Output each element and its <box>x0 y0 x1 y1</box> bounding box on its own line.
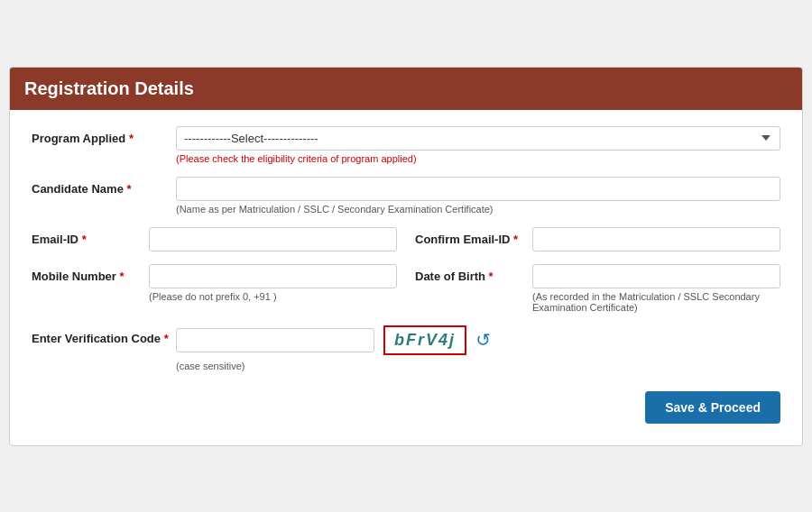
dob-col-right: Date of Birth * (As recorded in the Matr… <box>415 264 780 313</box>
confirm-email-input-wrapper <box>532 227 780 251</box>
dob-input[interactable] <box>532 264 780 288</box>
mobile-label: Mobile Number * <box>32 264 149 283</box>
dob-label: Date of Birth * <box>415 264 532 283</box>
confirm-email-input[interactable] <box>532 227 780 251</box>
email-label: Email-ID * <box>32 227 149 246</box>
candidate-name-input[interactable] <box>176 177 780 201</box>
candidate-name-hint: (Name as per Matriculation / SSLC / Seco… <box>176 204 780 215</box>
captcha-image: bFrV4j <box>383 325 466 355</box>
email-col-right: Confirm Email-ID * <box>415 227 780 251</box>
page-title: Registration Details <box>24 78 788 99</box>
mobile-input-wrapper: (Please do not prefix 0, +91 ) <box>149 264 397 302</box>
registration-form-container: Registration Details Program Applied * -… <box>9 67 803 446</box>
mobile-input[interactable] <box>149 264 397 288</box>
email-input[interactable] <box>149 227 397 251</box>
candidate-name-row: Candidate Name * (Name as per Matriculat… <box>32 177 780 215</box>
program-applied-hint: (Please check the eligibility criteria o… <box>176 153 780 164</box>
program-applied-select[interactable]: ------------Select-------------- <box>176 126 780 151</box>
confirm-email-label: Confirm Email-ID * <box>415 227 532 246</box>
email-col-left: Email-ID * <box>32 227 397 251</box>
mobile-dob-row: Mobile Number * (Please do not prefix 0,… <box>32 264 780 313</box>
section-header: Registration Details <box>10 68 802 110</box>
refresh-icon[interactable]: ↻ <box>475 329 491 351</box>
captcha-input-area: bFrV4j ↻ <box>176 325 491 355</box>
program-applied-row: Program Applied * ------------Select----… <box>32 126 780 164</box>
program-applied-label: Program Applied * <box>32 126 176 145</box>
program-applied-input-group: ------------Select-------------- (Please… <box>176 126 780 164</box>
email-row: Email-ID * Confirm Email-ID * <box>32 227 780 251</box>
candidate-name-label: Candidate Name * <box>32 177 176 196</box>
dob-hint: (As recorded in the Matriculation / SSLC… <box>532 291 780 313</box>
captcha-row: Enter Verification Code * bFrV4j ↻ <box>32 325 780 355</box>
save-proceed-button[interactable]: Save & Proceed <box>645 391 780 424</box>
captcha-label: Enter Verification Code * <box>32 325 176 347</box>
captcha-hint: (case sensitive) <box>176 361 780 371</box>
captcha-input[interactable] <box>176 328 374 352</box>
dob-input-wrapper: (As recorded in the Matriculation / SSLC… <box>532 264 780 313</box>
mobile-hint: (Please do not prefix 0, +91 ) <box>149 291 397 302</box>
form-body: Program Applied * ------------Select----… <box>10 110 802 445</box>
candidate-name-input-group: (Name as per Matriculation / SSLC / Seco… <box>176 177 780 215</box>
mobile-col-left: Mobile Number * (Please do not prefix 0,… <box>32 264 397 302</box>
footer-row: Save & Proceed <box>32 384 780 424</box>
email-input-wrapper <box>149 227 397 251</box>
